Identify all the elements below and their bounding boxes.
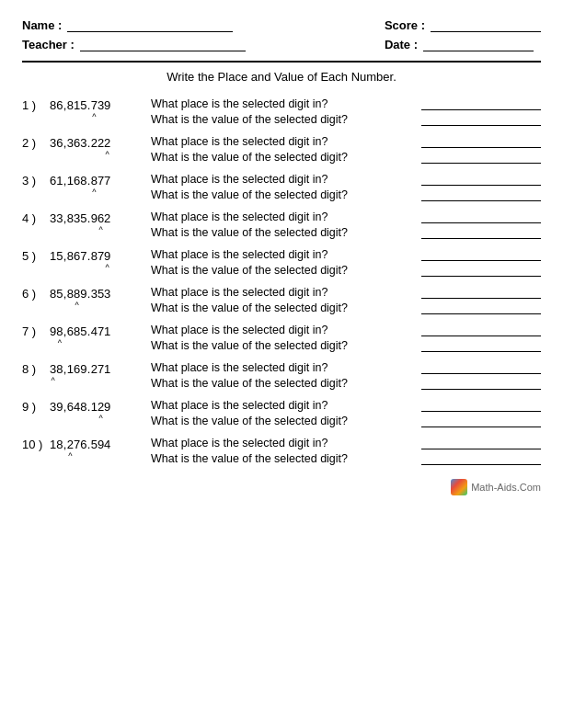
answer-line-1[interactable]	[421, 399, 541, 412]
answer-line-2[interactable]	[421, 377, 541, 390]
problem-row: 9 )3^9^,^6^4^8^.^1^2^9^What place is the…	[22, 394, 541, 432]
question-line-1: What place is the selected digit in?	[151, 361, 541, 374]
problem-row: 6 )8^5^,^8^8^9^.^3^5^3^What place is the…	[22, 281, 541, 319]
question-line-1: What place is the selected digit in?	[151, 173, 541, 186]
problem-number-label: 5 )	[22, 248, 50, 263]
problem-value: 1^8^,^2^7^6^.^5^9^4^	[50, 437, 151, 461]
score-input-line[interactable]	[431, 19, 541, 32]
question-line-2: What is the value of the selected digit?	[151, 151, 541, 164]
question-group: What place is the selected digit in?What…	[151, 437, 541, 465]
answer-line-1[interactable]	[421, 173, 541, 186]
question-group: What place is the selected digit in?What…	[151, 210, 541, 239]
question-line-1: What place is the selected digit in?	[151, 210, 541, 223]
problem-value: 3^9^,^6^4^8^.^1^2^9^	[50, 399, 151, 423]
question-text-1: What place is the selected digit in?	[151, 361, 414, 374]
problem-number-label: 2 )	[22, 135, 50, 150]
question-line-2: What is the value of the selected digit?	[151, 188, 541, 201]
answer-line-2[interactable]	[421, 339, 541, 352]
question-group: What place is the selected digit in?What…	[151, 97, 541, 126]
question-line-2: What is the value of the selected digit?	[151, 377, 541, 390]
question-text-1: What place is the selected digit in?	[151, 173, 414, 186]
question-text-2: What is the value of the selected digit?	[151, 377, 414, 390]
problem-row: 2 )3^6^,^3^6^3^.^2^2^2^What place is the…	[22, 131, 541, 168]
problem-value: 8^5^,^8^8^9^.^3^5^3^	[50, 286, 151, 310]
question-text-2: What is the value of the selected digit?	[151, 151, 414, 164]
question-line-1: What place is the selected digit in?	[151, 248, 541, 261]
problem-row: 1 )8^6^,^8^1^5^.^7^3^9^What place is the…	[22, 93, 541, 131]
answer-line-1[interactable]	[421, 210, 541, 223]
header-left: Name : Teacher :	[22, 18, 246, 51]
logo-text: Math-Aids.Com	[471, 482, 541, 493]
question-text-2: What is the value of the selected digit?	[151, 226, 414, 239]
score-label: Score :	[385, 18, 425, 32]
answer-line-2[interactable]	[421, 301, 541, 314]
question-line-1: What place is the selected digit in?	[151, 286, 541, 299]
question-text-2: What is the value of the selected digit?	[151, 339, 414, 352]
problem-value: 1^5^,^8^6^7^.^8^7^9^	[50, 248, 151, 272]
question-line-2: What is the value of the selected digit?	[151, 264, 541, 277]
problem-value: 3^8^,^1^6^9^.^2^7^1^	[50, 361, 151, 385]
problem-number-label: 1 )	[22, 97, 50, 112]
question-text-2: What is the value of the selected digit?	[151, 301, 414, 314]
question-line-1: What place is the selected digit in?	[151, 324, 541, 336]
question-text-1: What place is the selected digit in?	[151, 135, 414, 148]
answer-line-1[interactable]	[421, 97, 541, 110]
problem-row: 5 )1^5^,^8^6^7^.^8^7^9^What place is the…	[22, 244, 541, 281]
logo-icon	[451, 479, 467, 495]
question-line-2: What is the value of the selected digit?	[151, 339, 541, 352]
problem-row: 10 )1^8^,^2^7^6^.^5^9^4^What place is th…	[22, 432, 541, 470]
problem-number-label: 8 )	[22, 361, 50, 376]
question-text-1: What place is the selected digit in?	[151, 286, 414, 299]
question-line-2: What is the value of the selected digit?	[151, 415, 541, 427]
name-input-line[interactable]	[67, 19, 233, 32]
problem-number-label: 4 )	[22, 210, 50, 225]
answer-line-1[interactable]	[421, 248, 541, 261]
problem-row: 4 )3^3^,^8^3^5^.^9^6^2^What place is the…	[22, 206, 541, 244]
date-label: Date :	[385, 38, 418, 51]
question-line-1: What place is the selected digit in?	[151, 135, 541, 148]
problem-value: 8^6^,^8^1^5^.^7^3^9^	[50, 97, 151, 121]
question-line-1: What place is the selected digit in?	[151, 97, 541, 110]
answer-line-2[interactable]	[421, 264, 541, 277]
question-text-2: What is the value of the selected digit?	[151, 452, 414, 465]
question-group: What place is the selected digit in?What…	[151, 173, 541, 201]
question-text-1: What place is the selected digit in?	[151, 97, 414, 110]
problem-number-label: 7 )	[22, 324, 50, 338]
divider	[22, 61, 541, 63]
answer-line-1[interactable]	[421, 135, 541, 148]
answer-line-2[interactable]	[421, 452, 541, 465]
answer-line-2[interactable]	[421, 226, 541, 239]
date-input-line[interactable]	[423, 39, 534, 51]
question-group: What place is the selected digit in?What…	[151, 135, 541, 164]
header-right: Score : Date :	[385, 18, 541, 51]
question-line-2: What is the value of the selected digit?	[151, 113, 541, 126]
question-group: What place is the selected digit in?What…	[151, 324, 541, 352]
question-line-2: What is the value of the selected digit?	[151, 452, 541, 465]
answer-line-1[interactable]	[421, 437, 541, 449]
instructions: Write the Place and Value of Each Number…	[22, 70, 541, 84]
name-label: Name :	[22, 18, 62, 32]
answer-line-2[interactable]	[421, 415, 541, 427]
problem-value: 6^1^,^1^6^8^.^8^7^7^	[50, 173, 151, 197]
answer-line-2[interactable]	[421, 151, 541, 164]
teacher-label: Teacher :	[22, 38, 75, 51]
question-line-2: What is the value of the selected digit?	[151, 301, 541, 314]
question-text-2: What is the value of the selected digit?	[151, 264, 414, 277]
teacher-input-line[interactable]	[80, 39, 246, 51]
answer-line-2[interactable]	[421, 188, 541, 201]
problem-row: 3 )6^1^,^1^6^8^.^8^7^7^What place is the…	[22, 168, 541, 206]
problem-value: 3^3^,^8^3^5^.^9^6^2^	[50, 210, 151, 234]
answer-line-2[interactable]	[421, 113, 541, 126]
question-text-1: What place is the selected digit in?	[151, 324, 414, 336]
question-text-1: What place is the selected digit in?	[151, 399, 414, 412]
question-text-2: What is the value of the selected digit?	[151, 415, 414, 427]
question-line-1: What place is the selected digit in?	[151, 399, 541, 412]
answer-line-1[interactable]	[421, 324, 541, 336]
problem-number-label: 9 )	[22, 399, 50, 414]
answer-line-1[interactable]	[421, 286, 541, 299]
answer-line-1[interactable]	[421, 361, 541, 374]
problem-value: 9^8^,^6^8^5^.^4^7^1^	[50, 324, 151, 347]
problem-number-label: 10 )	[22, 437, 50, 451]
problem-number-label: 6 )	[22, 286, 50, 301]
problem-number-label: 3 )	[22, 173, 50, 188]
